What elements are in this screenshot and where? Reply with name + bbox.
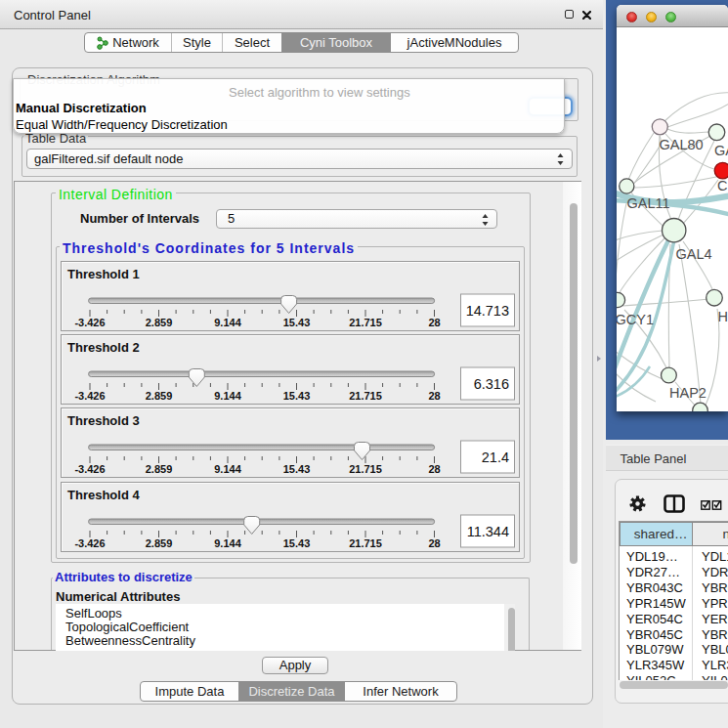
svg-text:11.344: 11.344 — [467, 523, 509, 538]
svg-text:Threshold 3: Threshold 3 — [67, 413, 140, 428]
svg-text:21.715: 21.715 — [349, 537, 382, 549]
svg-text:-3.426: -3.426 — [74, 537, 105, 549]
svg-text:28: 28 — [428, 390, 440, 402]
svg-text:GCY1: GCY1 — [617, 312, 654, 327]
svg-text:HAP2: HAP2 — [669, 385, 707, 401]
svg-text:Threshold 2: Threshold 2 — [67, 340, 140, 355]
svg-text:15.43: 15.43 — [283, 463, 311, 475]
svg-text:21.715: 21.715 — [349, 463, 382, 475]
svg-text:21.715: 21.715 — [349, 390, 382, 402]
svg-text:-3.426: -3.426 — [74, 390, 105, 402]
svg-text:9.144: 9.144 — [214, 317, 241, 328]
svg-text:2.859: 2.859 — [146, 390, 173, 402]
svg-text:H: H — [718, 309, 728, 324]
svg-text:9.144: 9.144 — [214, 463, 241, 475]
svg-text:-3.426: -3.426 — [74, 463, 105, 475]
svg-text:15.43: 15.43 — [283, 317, 311, 328]
svg-text:Threshold 4: Threshold 4 — [67, 488, 140, 502]
svg-text:28: 28 — [428, 537, 440, 549]
svg-text:14.713: 14.713 — [466, 303, 509, 319]
svg-text:2.859: 2.859 — [146, 537, 173, 549]
svg-text:9.144: 9.144 — [214, 390, 241, 402]
svg-text:Threshold 1: Threshold 1 — [67, 267, 140, 281]
svg-text:2.859: 2.859 — [146, 463, 173, 475]
svg-text:15.43: 15.43 — [283, 537, 311, 549]
svg-text:21.4: 21.4 — [482, 450, 509, 465]
svg-text:6.316: 6.316 — [474, 376, 509, 392]
svg-text:9.144: 9.144 — [214, 537, 241, 549]
svg-text:28: 28 — [428, 317, 440, 328]
svg-text:-3.426: -3.426 — [74, 317, 105, 328]
svg-text:21.715: 21.715 — [349, 317, 382, 328]
svg-text:GA: GA — [714, 143, 728, 158]
svg-text:28: 28 — [428, 463, 440, 475]
svg-text:GAL11: GAL11 — [627, 195, 670, 211]
svg-text:15.43: 15.43 — [283, 390, 311, 402]
svg-text:2.859: 2.859 — [146, 317, 173, 328]
svg-text:GAL80: GAL80 — [660, 137, 704, 152]
svg-text:GAL4: GAL4 — [676, 246, 712, 262]
svg-text:C: C — [717, 178, 727, 193]
